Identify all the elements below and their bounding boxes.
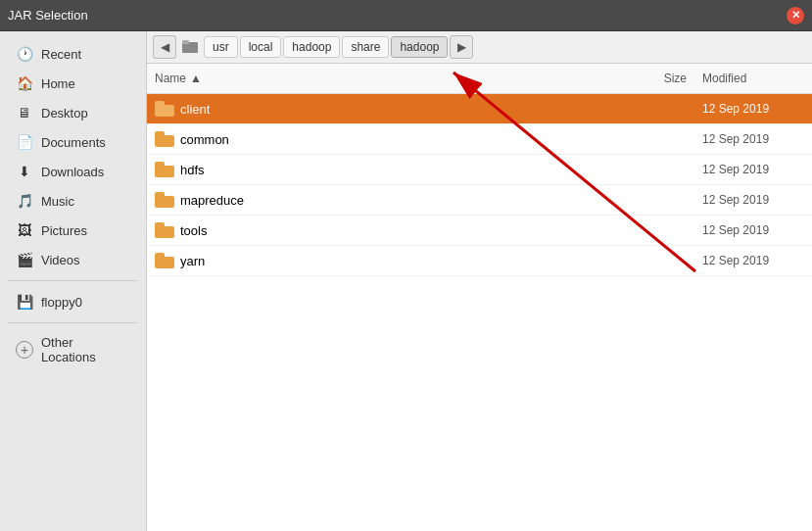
floppy-icon: 💾 — [16, 293, 33, 311]
plus-icon: + — [16, 341, 33, 359]
music-icon: 🎵 — [16, 192, 33, 210]
sidebar-item-desktop[interactable]: 🖥 Desktop — [4, 98, 142, 127]
column-header-name[interactable]: Name ▲ — [147, 68, 636, 89]
home-icon: 🏠 — [16, 74, 33, 92]
file-row-yarn-name: yarn — [147, 250, 636, 271]
main-window: 🕐 Recent 🏠 Home 🖥 Desktop 📄 Documents ⬇ … — [0, 31, 812, 531]
sidebar-item-videos[interactable]: 🎬 Videos — [4, 245, 142, 274]
main-panel: ◀ usr local hadoop share hadoop ▶ Name — [147, 31, 812, 531]
file-row-mapreduce[interactable]: mapreduce 12 Sep 2019 — [147, 185, 812, 216]
svg-rect-1 — [182, 40, 189, 44]
file-row-tools[interactable]: tools 12 Sep 2019 — [147, 216, 812, 246]
file-row-client-name: client — [147, 98, 636, 120]
sidebar-item-music[interactable]: 🎵 Music — [4, 186, 142, 216]
breadcrumb-back-button[interactable]: ◀ — [153, 35, 176, 59]
sidebar-item-pictures[interactable]: 🖼 Pictures — [4, 216, 142, 245]
column-header-modified[interactable]: Modified — [694, 68, 812, 89]
content-area: 🕐 Recent 🏠 Home 🖥 Desktop 📄 Documents ⬇ … — [0, 31, 812, 531]
breadcrumb-usr[interactable]: usr — [204, 36, 238, 58]
file-row-client-size — [636, 106, 694, 112]
file-row-tools-name: tools — [147, 219, 636, 241]
sidebar-item-downloads[interactable]: ⬇ Downloads — [4, 157, 142, 186]
file-row-tools-modified: 12 Sep 2019 — [694, 220, 812, 240]
folder-icon — [155, 131, 174, 147]
sidebar-item-documents[interactable]: 📄 Documents — [4, 127, 142, 157]
breadcrumb-bar: ◀ usr local hadoop share hadoop ▶ — [147, 31, 812, 64]
sidebar-item-floppy[interactable]: 💾 floppy0 — [4, 287, 142, 316]
breadcrumb-share[interactable]: share — [342, 36, 389, 58]
file-row-common-name: common — [147, 128, 636, 150]
window-title: JAR Selection — [8, 8, 88, 23]
sidebar-item-floppy-label: floppy0 — [41, 295, 82, 310]
breadcrumb-hadoop-1[interactable]: hadoop — [283, 36, 340, 58]
file-row-client-modified: 12 Sep 2019 — [694, 99, 812, 119]
file-list: client 12 Sep 2019 common 12 Sep 2019 — [147, 94, 812, 531]
file-row-yarn-modified: 12 Sep 2019 — [694, 251, 812, 270]
breadcrumb-local[interactable]: local — [240, 36, 282, 58]
folder-icon — [155, 162, 174, 177]
titlebar: JAR Selection ✕ — [0, 0, 812, 31]
documents-icon: 📄 — [16, 133, 33, 151]
sidebar-item-home[interactable]: 🏠 Home — [4, 69, 142, 98]
sidebar-divider — [8, 280, 138, 281]
column-header-size[interactable]: Size — [636, 68, 694, 89]
videos-icon: 🎬 — [16, 251, 33, 268]
file-row-mapreduce-modified: 12 Sep 2019 — [694, 190, 812, 210]
file-row-client[interactable]: client 12 Sep 2019 — [147, 94, 812, 124]
downloads-icon: ⬇ — [16, 163, 33, 180]
sidebar-item-videos-label: Videos — [41, 253, 80, 267]
sidebar-item-pictures-label: Pictures — [41, 223, 87, 238]
file-row-common[interactable]: common 12 Sep 2019 — [147, 124, 812, 155]
sort-indicator: ▲ — [190, 72, 202, 85]
file-row-mapreduce-name: mapreduce — [147, 189, 636, 211]
sidebar-item-other-locations[interactable]: + Other Locations — [4, 329, 142, 370]
folder-icon — [155, 222, 174, 238]
sidebar-item-desktop-label: Desktop — [41, 106, 88, 121]
sidebar-other-locations-label: Other Locations — [41, 335, 130, 364]
sidebar-item-music-label: Music — [41, 194, 74, 209]
breadcrumb-hadoop-2[interactable]: hadoop — [391, 36, 448, 58]
file-row-yarn-size — [636, 258, 694, 264]
folder-icon — [155, 192, 174, 208]
sidebar-item-home-label: Home — [41, 76, 75, 91]
breadcrumb-location-icon — [178, 35, 202, 59]
file-list-header: Name ▲ Size Modified — [147, 64, 812, 94]
file-row-hdfs[interactable]: hdfs 12 Sep 2019 — [147, 155, 812, 185]
sidebar-item-downloads-label: Downloads — [41, 165, 104, 179]
sidebar-item-documents-label: Documents — [41, 135, 106, 150]
folder-icon — [155, 101, 174, 117]
file-row-yarn[interactable]: yarn 12 Sep 2019 — [147, 246, 812, 276]
breadcrumb-forward-button[interactable]: ▶ — [450, 35, 473, 59]
close-button[interactable]: ✕ — [787, 7, 804, 24]
file-row-tools-size — [636, 227, 694, 233]
sidebar-item-recent[interactable]: 🕐 Recent — [4, 39, 142, 69]
sidebar-divider-2 — [8, 322, 138, 323]
pictures-icon: 🖼 — [16, 221, 33, 239]
file-row-mapreduce-size — [636, 197, 694, 203]
sidebar-item-recent-label: Recent — [41, 47, 81, 62]
file-row-common-modified: 12 Sep 2019 — [694, 129, 812, 149]
file-row-hdfs-size — [636, 167, 694, 172]
file-row-hdfs-name: hdfs — [147, 159, 636, 180]
desktop-icon: 🖥 — [16, 104, 33, 121]
folder-icon — [155, 253, 174, 268]
file-row-common-size — [636, 136, 694, 142]
recent-icon: 🕐 — [16, 45, 33, 63]
file-row-hdfs-modified: 12 Sep 2019 — [694, 160, 812, 179]
sidebar: 🕐 Recent 🏠 Home 🖥 Desktop 📄 Documents ⬇ … — [0, 31, 147, 531]
